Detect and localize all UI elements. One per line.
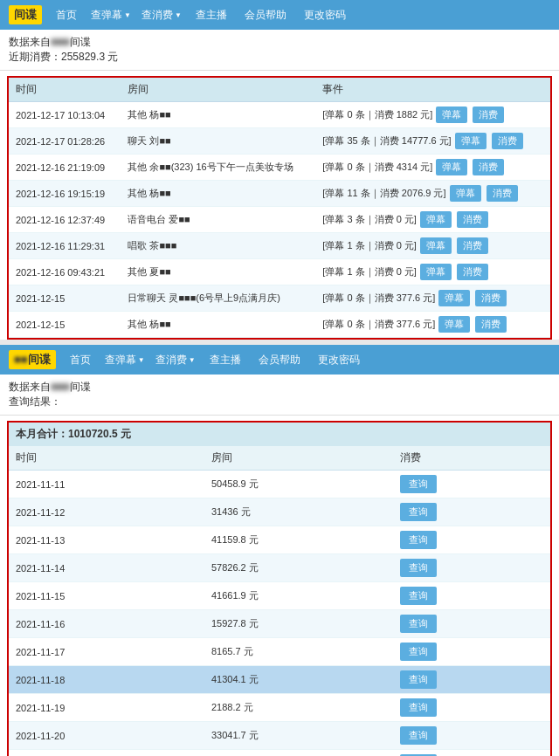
query-button[interactable]: 查询: [400, 698, 437, 717]
table-row: 2021-11-2033041.7 元查询: [9, 722, 550, 750]
table-row: 2021-11-1457826.2 元查询: [9, 554, 550, 582]
cell-event: [弹幕 11 条｜消费 2076.9 元]弹幕消费: [315, 181, 550, 206]
table-row: 2021-12-16 19:15:19其他 杨■■[弹幕 11 条｜消费 207…: [9, 181, 550, 207]
cell-date: 2021-11-12: [9, 498, 204, 526]
query-button[interactable]: 查询: [400, 587, 437, 605]
nav-help-bottom[interactable]: 会员帮助: [255, 351, 304, 369]
popup-button[interactable]: 弹幕: [420, 237, 452, 254]
cell-room: 其他 杨■■: [121, 181, 315, 207]
nav-anchor-bottom[interactable]: 查主播: [206, 351, 245, 369]
cell-room-bottom: 31436 元: [204, 498, 393, 526]
query-button[interactable]: 查询: [400, 531, 437, 549]
event-text: [弹幕 0 条｜消费 377.6 元]: [322, 292, 435, 305]
popup-button[interactable]: 弹幕: [438, 290, 470, 306]
cell-time: 2021-12-16 09:43:21: [9, 259, 121, 285]
query-button[interactable]: 查询: [400, 559, 437, 577]
nav-home-top[interactable]: 首页: [52, 6, 80, 24]
popup-button[interactable]: 弹幕: [438, 316, 470, 333]
consume-button[interactable]: 消费: [457, 264, 488, 280]
col-time-top: 时间: [9, 78, 121, 102]
table-row: 2021-12-17 01:28:26聊天 刘■■[弹幕 35 条｜消费 147…: [9, 128, 550, 155]
popup-button[interactable]: 弹幕: [436, 107, 467, 123]
consume-button[interactable]: 消费: [475, 290, 507, 306]
table-row: 2021-12-16 09:43:21其他 夏■■[弹幕 1 条｜消费 0 元]…: [9, 259, 550, 285]
consume-button[interactable]: 消费: [475, 316, 507, 333]
nav-consume-bottom[interactable]: 查消费: [155, 353, 196, 368]
query-button[interactable]: 查询: [400, 503, 437, 521]
cell-time: 2021-12-17 01:28:26: [9, 128, 121, 155]
query-button[interactable]: 查询: [400, 643, 437, 661]
cell-room-bottom: 93811.3 元: [204, 750, 393, 757]
bottom-table-panel: 本月合计：1010720.5 元 时间 房间 消费 2021-11-115045…: [7, 421, 552, 756]
consume-button[interactable]: 消费: [457, 211, 488, 228]
table-row: 2021-12-16 21:19:09其他 余■■(323) 16号下午一点美妆…: [9, 155, 550, 181]
nav-popup-top[interactable]: 查弹幕: [91, 8, 131, 23]
col-room-bottom: 房间: [204, 446, 393, 471]
consume-button[interactable]: 消费: [487, 185, 518, 202]
cell-room-bottom: 41304.1 元: [204, 666, 393, 694]
bottom-query-result: 查询结果：: [9, 395, 550, 409]
nav-consume-top[interactable]: 查消费: [141, 8, 182, 23]
bottom-data-source: 数据来自■■■间谍: [9, 380, 550, 395]
popup-button[interactable]: 弹幕: [420, 211, 452, 228]
event-text: [弹幕 1 条｜消费 0 元]: [322, 265, 417, 278]
query-button[interactable]: 查询: [400, 475, 437, 493]
cell-room: 日常聊天 灵■■■(6号早上9点满月庆): [121, 285, 315, 312]
event-text: [弹幕 3 条｜消费 0 元]: [322, 213, 417, 226]
query-button[interactable]: 查询: [400, 726, 437, 745]
nav-popup-bottom[interactable]: 查弹幕: [105, 353, 145, 368]
nav-password-bottom[interactable]: 更改密码: [314, 351, 363, 369]
cell-event: [弹幕 35 条｜消费 14777.6 元]弹幕消费: [315, 128, 550, 154]
query-button[interactable]: 查询: [400, 615, 437, 633]
top-info: 数据来自■■■间谍 近期消费：255829.3 元: [0, 30, 559, 71]
consume-button[interactable]: 消费: [473, 107, 504, 123]
consume-button[interactable]: 消费: [492, 133, 523, 149]
cell-date: 2021-11-20: [9, 722, 204, 750]
popup-button[interactable]: 弹幕: [436, 159, 467, 175]
top-recent-consume: 近期消费：255829.3 元: [9, 50, 550, 65]
cell-consume: 查询: [393, 722, 550, 750]
cell-date: 2021-11-16: [9, 610, 204, 638]
cell-date: 2021-11-21: [9, 750, 204, 757]
nav-anchor-top[interactable]: 查主播: [192, 6, 231, 24]
cell-date: 2021-11-13: [9, 526, 204, 554]
cell-date: 2021-11-18: [9, 666, 204, 694]
table-row: 2021-11-192188.2 元查询: [9, 694, 550, 722]
nav-home-bottom[interactable]: 首页: [66, 351, 94, 369]
table-row: 2021-11-1341159.8 元查询: [9, 526, 550, 554]
query-button[interactable]: 查询: [400, 670, 437, 689]
cell-consume: 查询: [393, 582, 550, 610]
cell-consume: 查询: [393, 694, 550, 722]
cell-room: 聊天 刘■■: [121, 128, 315, 155]
cell-time: 2021-12-16 12:37:49: [9, 207, 121, 233]
cell-room-bottom: 50458.9 元: [204, 471, 393, 498]
monthly-summary: 本月合计：1010720.5 元: [9, 423, 550, 446]
popup-button[interactable]: 弹幕: [420, 264, 452, 280]
event-text: [弹幕 0 条｜消费 4314 元]: [322, 161, 432, 174]
popup-button[interactable]: 弹幕: [450, 185, 481, 202]
table-row: 2021-11-1615927.8 元查询: [9, 610, 550, 638]
table-row: 2021-12-15日常聊天 灵■■■(6号早上9点满月庆)[弹幕 0 条｜消费…: [9, 285, 550, 312]
table-row: 2021-11-1231436 元查询: [9, 498, 550, 526]
consume-button[interactable]: 消费: [473, 159, 504, 175]
cell-consume: 查询: [393, 498, 550, 526]
cell-room-bottom: 2188.2 元: [204, 694, 393, 722]
cell-consume: 查询: [393, 526, 550, 554]
nav-help-top[interactable]: 会员帮助: [241, 6, 290, 24]
cell-time: 2021-12-16 19:15:19: [9, 181, 121, 207]
nav-password-top[interactable]: 更改密码: [300, 6, 349, 24]
event-text: [弹幕 11 条｜消费 2076.9 元]: [322, 187, 445, 200]
cell-room: 其他 夏■■: [121, 259, 315, 285]
table-row: 2021-11-1841304.1 元查询: [9, 666, 550, 694]
cell-consume: 查询: [393, 750, 550, 757]
top-panel: 间谍 首页 查弹幕 查消费 查主播 会员帮助 更改密码 数据来自■■■间谍 近期…: [0, 0, 559, 340]
col-room-top: 房间: [121, 78, 315, 102]
popup-button[interactable]: 弹幕: [455, 133, 487, 149]
table-row: 2021-12-17 10:13:04其他 杨■■[弹幕 0 条｜消费 1882…: [9, 102, 550, 128]
event-text: [弹幕 35 条｜消费 14777.6 元]: [322, 134, 451, 148]
cell-date: 2021-11-17: [9, 638, 204, 666]
cell-room-bottom: 33041.7 元: [204, 722, 393, 750]
consume-button[interactable]: 消费: [457, 237, 488, 254]
top-navbar: 间谍 首页 查弹幕 查消费 查主播 会员帮助 更改密码: [0, 0, 559, 30]
table-row: 2021-11-1150458.9 元查询: [9, 471, 550, 498]
